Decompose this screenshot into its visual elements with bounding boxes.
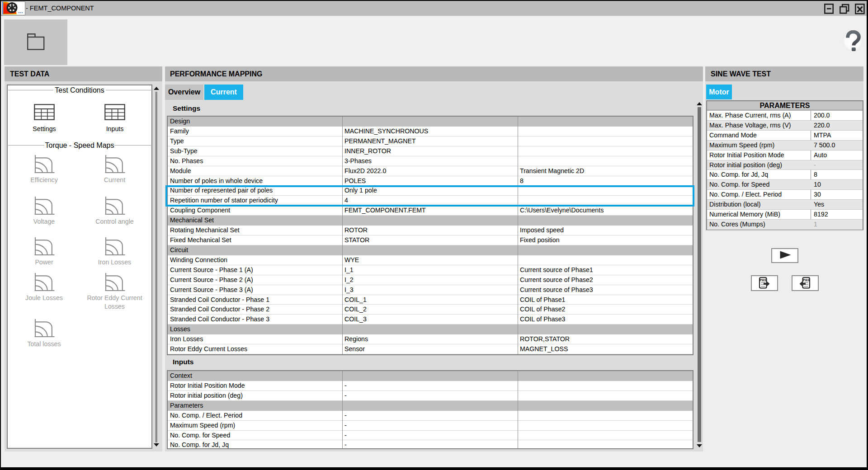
- svg-text:P&S: P&S: [803, 278, 810, 282]
- svg-text:P&S: P&S: [760, 278, 767, 282]
- svg-text:...: ...: [18, 8, 23, 14]
